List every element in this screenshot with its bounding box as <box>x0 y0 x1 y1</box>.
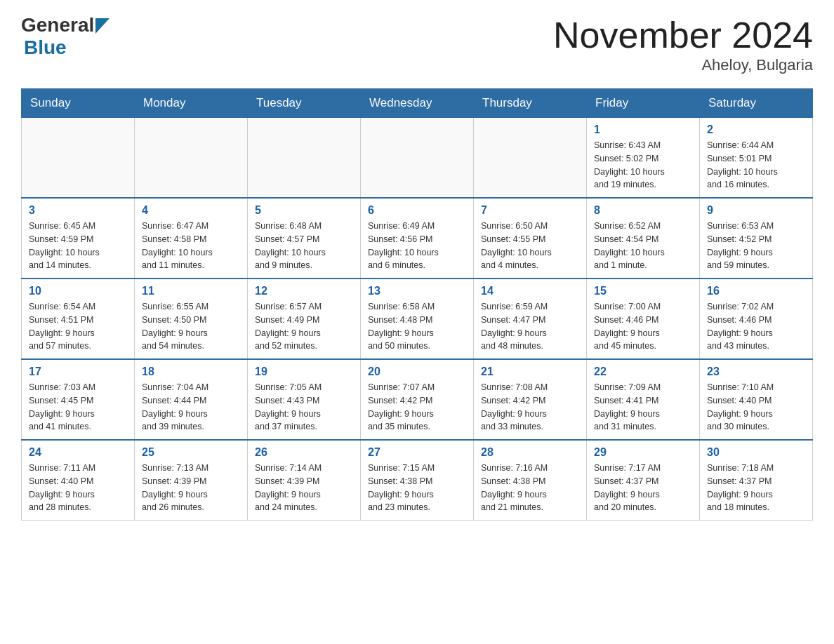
week-row-5: 24Sunrise: 7:11 AM Sunset: 4:40 PM Dayli… <box>22 440 813 521</box>
day-number: 4 <box>142 204 240 217</box>
calendar-cell: 21Sunrise: 7:08 AM Sunset: 4:42 PM Dayli… <box>474 359 587 440</box>
calendar-cell <box>361 118 474 199</box>
calendar-cell: 22Sunrise: 7:09 AM Sunset: 4:41 PM Dayli… <box>587 359 700 440</box>
day-number: 18 <box>142 365 240 378</box>
day-number: 8 <box>594 204 692 217</box>
calendar-cell <box>474 118 587 199</box>
calendar-cell <box>22 118 135 199</box>
week-row-3: 10Sunrise: 6:54 AM Sunset: 4:51 PM Dayli… <box>22 279 813 359</box>
calendar-cell: 30Sunrise: 7:18 AM Sunset: 4:37 PM Dayli… <box>700 440 813 521</box>
day-number: 30 <box>707 446 805 459</box>
day-number: 6 <box>368 204 466 217</box>
day-info: Sunrise: 6:45 AM Sunset: 4:59 PM Dayligh… <box>29 220 127 272</box>
day-number: 16 <box>707 285 805 297</box>
calendar-cell: 24Sunrise: 7:11 AM Sunset: 4:40 PM Dayli… <box>22 440 135 521</box>
day-info: Sunrise: 6:52 AM Sunset: 4:54 PM Dayligh… <box>594 220 692 272</box>
calendar-cell: 2Sunrise: 6:44 AM Sunset: 5:01 PM Daylig… <box>700 118 813 199</box>
day-info: Sunrise: 7:10 AM Sunset: 4:40 PM Dayligh… <box>707 381 805 434</box>
calendar-cell: 6Sunrise: 6:49 AM Sunset: 4:56 PM Daylig… <box>361 198 474 279</box>
calendar: SundayMondayTuesdayWednesdayThursdayFrid… <box>21 88 813 521</box>
day-number: 28 <box>481 446 579 459</box>
calendar-cell: 15Sunrise: 7:00 AM Sunset: 4:46 PM Dayli… <box>587 279 700 359</box>
day-info: Sunrise: 6:43 AM Sunset: 5:02 PM Dayligh… <box>594 139 692 192</box>
day-info: Sunrise: 7:17 AM Sunset: 4:37 PM Dayligh… <box>594 462 692 514</box>
day-info: Sunrise: 7:13 AM Sunset: 4:39 PM Dayligh… <box>142 462 240 514</box>
day-info: Sunrise: 7:03 AM Sunset: 4:45 PM Dayligh… <box>29 381 127 434</box>
day-info: Sunrise: 7:08 AM Sunset: 4:42 PM Dayligh… <box>481 381 579 434</box>
day-info: Sunrise: 6:48 AM Sunset: 4:57 PM Dayligh… <box>255 220 353 272</box>
weekday-header-thursday: Thursday <box>474 89 587 118</box>
day-info: Sunrise: 7:09 AM Sunset: 4:41 PM Dayligh… <box>594 381 692 434</box>
logo: General Blue <box>21 14 110 59</box>
calendar-cell: 5Sunrise: 6:48 AM Sunset: 4:57 PM Daylig… <box>248 198 361 279</box>
weekday-header-wednesday: Wednesday <box>361 89 474 118</box>
day-info: Sunrise: 6:53 AM Sunset: 4:52 PM Dayligh… <box>707 220 805 272</box>
calendar-cell: 28Sunrise: 7:16 AM Sunset: 4:38 PM Dayli… <box>474 440 587 521</box>
day-info: Sunrise: 7:02 AM Sunset: 4:46 PM Dayligh… <box>707 300 805 353</box>
day-info: Sunrise: 7:04 AM Sunset: 4:44 PM Dayligh… <box>142 381 240 434</box>
day-info: Sunrise: 7:16 AM Sunset: 4:38 PM Dayligh… <box>481 462 579 514</box>
month-title: November 2024 <box>553 14 813 56</box>
weekday-header-sunday: Sunday <box>22 89 135 118</box>
calendar-cell: 3Sunrise: 6:45 AM Sunset: 4:59 PM Daylig… <box>22 198 135 279</box>
day-info: Sunrise: 6:49 AM Sunset: 4:56 PM Dayligh… <box>368 220 466 272</box>
calendar-cell <box>248 118 361 199</box>
weekday-header-friday: Friday <box>587 89 700 118</box>
day-number: 21 <box>481 365 579 378</box>
day-number: 15 <box>594 285 692 297</box>
day-info: Sunrise: 6:54 AM Sunset: 4:51 PM Dayligh… <box>29 300 127 353</box>
day-number: 25 <box>142 446 240 459</box>
day-number: 29 <box>594 446 692 459</box>
day-number: 20 <box>368 365 466 378</box>
day-info: Sunrise: 7:11 AM Sunset: 4:40 PM Dayligh… <box>29 462 127 514</box>
day-number: 9 <box>707 204 805 217</box>
weekday-header-tuesday: Tuesday <box>248 89 361 118</box>
day-number: 2 <box>707 123 805 136</box>
calendar-cell: 1Sunrise: 6:43 AM Sunset: 5:02 PM Daylig… <box>587 118 700 199</box>
day-info: Sunrise: 6:47 AM Sunset: 4:58 PM Dayligh… <box>142 220 240 272</box>
weekday-header-monday: Monday <box>135 89 248 118</box>
logo-general-text: General <box>21 14 94 36</box>
calendar-cell: 17Sunrise: 7:03 AM Sunset: 4:45 PM Dayli… <box>22 359 135 440</box>
calendar-cell: 8Sunrise: 6:52 AM Sunset: 4:54 PM Daylig… <box>587 198 700 279</box>
calendar-cell: 12Sunrise: 6:57 AM Sunset: 4:49 PM Dayli… <box>248 279 361 359</box>
calendar-cell: 20Sunrise: 7:07 AM Sunset: 4:42 PM Dayli… <box>361 359 474 440</box>
day-info: Sunrise: 6:44 AM Sunset: 5:01 PM Dayligh… <box>707 139 805 192</box>
day-info: Sunrise: 6:50 AM Sunset: 4:55 PM Dayligh… <box>481 220 579 272</box>
day-number: 3 <box>29 204 127 217</box>
day-info: Sunrise: 6:57 AM Sunset: 4:49 PM Dayligh… <box>255 300 353 353</box>
calendar-cell: 7Sunrise: 6:50 AM Sunset: 4:55 PM Daylig… <box>474 198 587 279</box>
calendar-cell: 13Sunrise: 6:58 AM Sunset: 4:48 PM Dayli… <box>361 279 474 359</box>
day-number: 10 <box>29 285 127 297</box>
location-title: Aheloy, Bulgaria <box>553 56 813 74</box>
calendar-cell: 26Sunrise: 7:14 AM Sunset: 4:39 PM Dayli… <box>248 440 361 521</box>
calendar-cell: 9Sunrise: 6:53 AM Sunset: 4:52 PM Daylig… <box>700 198 813 279</box>
calendar-cell: 19Sunrise: 7:05 AM Sunset: 4:43 PM Dayli… <box>248 359 361 440</box>
calendar-cell: 18Sunrise: 7:04 AM Sunset: 4:44 PM Dayli… <box>135 359 248 440</box>
week-row-4: 17Sunrise: 7:03 AM Sunset: 4:45 PM Dayli… <box>22 359 813 440</box>
day-number: 19 <box>255 365 353 378</box>
day-info: Sunrise: 7:07 AM Sunset: 4:42 PM Dayligh… <box>368 381 466 434</box>
calendar-cell: 27Sunrise: 7:15 AM Sunset: 4:38 PM Dayli… <box>361 440 474 521</box>
title-section: November 2024 Aheloy, Bulgaria <box>553 14 813 74</box>
day-info: Sunrise: 6:59 AM Sunset: 4:47 PM Dayligh… <box>481 300 579 353</box>
day-number: 23 <box>707 365 805 378</box>
calendar-cell: 11Sunrise: 6:55 AM Sunset: 4:50 PM Dayli… <box>135 279 248 359</box>
day-number: 7 <box>481 204 579 217</box>
header: General Blue November 2024 Aheloy, Bulga… <box>21 14 813 74</box>
day-info: Sunrise: 7:15 AM Sunset: 4:38 PM Dayligh… <box>368 462 466 514</box>
day-info: Sunrise: 7:14 AM Sunset: 4:39 PM Dayligh… <box>255 462 353 514</box>
calendar-cell: 14Sunrise: 6:59 AM Sunset: 4:47 PM Dayli… <box>474 279 587 359</box>
week-row-2: 3Sunrise: 6:45 AM Sunset: 4:59 PM Daylig… <box>22 198 813 279</box>
calendar-cell: 4Sunrise: 6:47 AM Sunset: 4:58 PM Daylig… <box>135 198 248 279</box>
weekday-header-saturday: Saturday <box>700 89 813 118</box>
day-number: 14 <box>481 285 579 297</box>
day-number: 26 <box>255 446 353 459</box>
day-number: 17 <box>29 365 127 378</box>
day-number: 11 <box>142 285 240 297</box>
calendar-cell: 23Sunrise: 7:10 AM Sunset: 4:40 PM Dayli… <box>700 359 813 440</box>
day-number: 12 <box>255 285 353 297</box>
day-number: 1 <box>594 123 692 136</box>
calendar-cell: 29Sunrise: 7:17 AM Sunset: 4:37 PM Dayli… <box>587 440 700 521</box>
calendar-cell: 25Sunrise: 7:13 AM Sunset: 4:39 PM Dayli… <box>135 440 248 521</box>
